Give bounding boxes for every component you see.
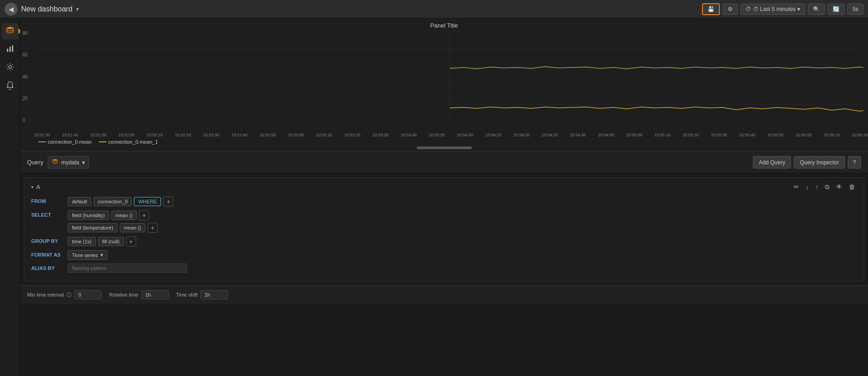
chart-bar-icon — [6, 44, 15, 55]
add-query-button[interactable]: Add Query — [753, 156, 791, 168]
group-time-button[interactable]: time (1s) — [68, 237, 96, 246]
format-as-select[interactable]: Time series ▾ — [68, 250, 107, 260]
svg-point-0 — [7, 27, 13, 29]
sidebar-item-alerts[interactable] — [2, 78, 18, 95]
query-header: Query mydata ▾ Add — [20, 152, 868, 174]
where-button[interactable]: WHERE — [134, 197, 161, 206]
func-mean-2-button[interactable]: mean () — [120, 223, 145, 232]
refresh-button[interactable]: 🔄 — [828, 4, 845, 15]
relative-time-group: Relative time — [109, 290, 169, 299]
select-1-add-button[interactable]: + — [139, 210, 149, 220]
legend-item-humidity: connection_0.mean — [39, 139, 92, 145]
query-block-a: ▾ A ✏ ↓ ↑ ⧉ 👁 🗑 FROM — [24, 177, 864, 281]
svg-rect-3 — [12, 45, 13, 52]
bottom-options: Min time interval ⓘ Relative time Time s… — [20, 285, 868, 304]
format-as-value: Time series — [72, 253, 98, 258]
legend-label-temperature: connection_0.mean_1 — [108, 139, 158, 145]
chart-legend: connection_0.mean connection_0.mean_1 — [20, 137, 868, 145]
main-layout: Panel Title 80 60 40 20 0 — [0, 18, 868, 376]
alias-by-row: ALIAS BY — [31, 264, 857, 273]
sidebar-item-visualization[interactable] — [2, 41, 18, 58]
format-as-content: Time series ▾ — [68, 250, 107, 260]
time-range-button[interactable]: ⏱ ⏱ Last 5 minutes ▾ — [741, 4, 805, 15]
navbar-left: ◀ New dashboard ▾ — [5, 3, 79, 16]
from-row: FROM default connection_0 WHERE + — [31, 196, 857, 207]
move-up-icon[interactable]: ↑ — [813, 182, 820, 192]
select-line-1: field (humidity) mean () + — [68, 210, 158, 220]
save-icon: 💾 — [708, 6, 714, 12]
title-arrow[interactable]: ▾ — [76, 6, 79, 12]
measurement-button[interactable]: connection_0 — [94, 197, 132, 206]
datasource-selector[interactable]: mydata ▾ — [48, 156, 88, 168]
chart-area: 80 60 40 20 0 — [20, 31, 868, 132]
move-down-icon[interactable]: ↓ — [804, 182, 811, 192]
x-axis: 10:51:30 10:51:40 10:51:50 10:52:00 10:5… — [20, 132, 868, 137]
datasource-icon — [52, 158, 58, 166]
query-block-header: ▾ A ✏ ↓ ↑ ⧉ 👁 🗑 — [31, 182, 857, 192]
format-as-arrow: ▾ — [100, 252, 103, 258]
func-mean-1-button[interactable]: mean () — [111, 211, 137, 220]
select-label: SELECT — [31, 210, 68, 218]
settings-icon: ⚙ — [728, 6, 733, 12]
query-section: Query mydata ▾ Add — [20, 152, 868, 376]
delete-icon[interactable]: 🗑 — [847, 182, 857, 192]
select-content: field (humidity) mean () + field (temper… — [68, 210, 158, 233]
save-button[interactable]: 💾 — [702, 3, 720, 15]
relative-time-input[interactable] — [141, 290, 169, 299]
group-add-button[interactable]: + — [126, 236, 136, 247]
settings-button[interactable]: ⚙ — [723, 4, 738, 15]
group-by-content: time (1s) fill (null) + — [68, 236, 136, 247]
group-by-row: GROUP BY time (1s) fill (null) + — [31, 236, 857, 247]
query-header-right: Add Query Query Inspector ? — [753, 156, 861, 168]
svg-point-4 — [9, 66, 11, 68]
edit-icon[interactable]: ✏ — [792, 182, 801, 192]
query-inspector-button[interactable]: Query Inspector — [794, 156, 845, 168]
back-button[interactable]: ◀ — [5, 3, 17, 16]
format-as-row: FORMAT AS Time series ▾ — [31, 250, 857, 260]
field-temperature-button[interactable]: field (temperature) — [68, 223, 117, 232]
collapse-arrow[interactable]: ▾ — [31, 185, 33, 190]
query-block-name: A — [36, 184, 40, 191]
group-fill-button[interactable]: fill (null) — [98, 237, 124, 246]
scroll-thumb[interactable] — [417, 146, 472, 149]
chart-panel: Panel Title 80 60 40 20 0 — [20, 18, 868, 152]
gear-icon — [6, 62, 15, 73]
query-block-title: ▾ A — [31, 184, 40, 191]
sidebar-item-database[interactable] — [2, 23, 18, 39]
time-shift-group: Time shift — [176, 290, 228, 299]
select-2-add-button[interactable]: + — [148, 223, 158, 233]
select-row: SELECT field (humidity) mean () + field … — [31, 210, 857, 233]
search-button[interactable]: 🔍 — [808, 4, 825, 15]
legend-color-temperature — [99, 141, 106, 142]
scroll-bar-area — [20, 145, 868, 151]
content-area: Panel Title 80 60 40 20 0 — [20, 18, 868, 376]
datasource-arrow: ▾ — [82, 159, 85, 166]
group-by-label: GROUP BY — [31, 236, 68, 244]
alias-input[interactable] — [68, 264, 187, 273]
from-label: FROM — [31, 196, 68, 204]
clock-icon: ⏱ — [746, 6, 751, 12]
query-header-left: Query mydata ▾ — [27, 156, 89, 168]
min-interval-group: Min time interval ⓘ — [27, 290, 102, 299]
time-shift-input[interactable] — [200, 290, 228, 299]
sidebar-item-settings[interactable] — [2, 60, 18, 76]
field-humidity-button[interactable]: field (humidity) — [68, 211, 109, 220]
chart-svg — [36, 31, 863, 123]
panel-title: Panel Title — [20, 18, 868, 31]
datasource-name: mydata — [61, 159, 79, 166]
interval-label: 5s — [852, 6, 858, 12]
query-block-actions: ✏ ↓ ↑ ⧉ 👁 🗑 — [792, 182, 857, 192]
help-button[interactable]: ? — [848, 156, 861, 168]
search-icon: 🔍 — [813, 6, 820, 12]
toggle-visibility-icon[interactable]: 👁 — [834, 182, 844, 192]
legend-label-humidity: connection_0.mean — [48, 139, 92, 145]
duplicate-icon[interactable]: ⧉ — [823, 182, 831, 192]
min-interval-info-icon[interactable]: ⓘ — [66, 292, 72, 298]
query-label: Query — [27, 159, 43, 166]
from-add-button[interactable]: + — [163, 196, 173, 207]
policy-button[interactable]: default — [68, 197, 91, 206]
sidebar — [0, 18, 20, 376]
interval-button[interactable]: 5s — [847, 4, 863, 15]
database-icon — [6, 26, 15, 37]
min-interval-input[interactable] — [74, 290, 102, 299]
